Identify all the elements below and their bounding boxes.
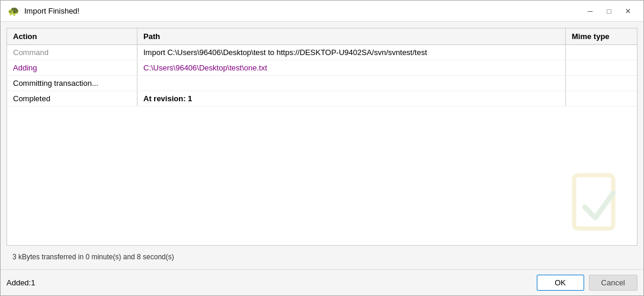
results-table: Action Path Mime type Command Import C:\… [7,28,637,246]
close-button[interactable]: ✕ [620,5,636,18]
title-bar-controls: ─ □ ✕ [582,5,636,18]
row1-path: Import C:\Users\96406\Desktop\test to ht… [137,45,566,60]
header-path: Path [137,28,566,44]
dialog-footer: Added:1 OK Cancel [1,269,643,295]
table-header: Action Path Mime type [7,28,637,45]
table-row: Adding C:\Users\96406\Desktop\test\one.t… [7,60,637,76]
row1-mime [566,45,637,60]
table-row: Committing transaction... [7,76,637,91]
row3-mime [566,76,637,91]
row4-path: At revision: 1 [137,91,566,106]
added-label: Added: [7,278,31,287]
watermark-svg [560,168,631,239]
app-icon: 🐢 [8,5,20,17]
minimize-button[interactable]: ─ [582,5,598,18]
added-info: Added:1 [7,278,35,287]
window-title: Import Finished! [24,7,79,15]
window-content: Action Path Mime type Command Import C:\… [1,22,643,269]
added-count: 1 [31,278,35,287]
table-body: Command Import C:\Users\96406\Desktop\te… [7,45,637,107]
row3-path [137,76,566,91]
cancel-button[interactable]: Cancel [589,275,637,291]
title-bar: 🐢 Import Finished! ─ □ ✕ [1,1,643,22]
row3-action: Committing transaction... [7,76,137,91]
header-mime: Mime type [566,28,637,44]
row2-mime [566,60,637,75]
footer-buttons: OK Cancel [537,275,637,291]
table-row: Command Import C:\Users\96406\Desktop\te… [7,45,637,60]
import-finished-dialog: 🐢 Import Finished! ─ □ ✕ Action Path Mim… [0,0,644,296]
row2-path: C:\Users\96406\Desktop\test\one.txt [137,60,566,75]
row4-mime [566,91,637,106]
table-row: Completed At revision: 1 [7,91,637,107]
header-action: Action [7,28,137,44]
row4-action: Completed [7,91,137,106]
ok-button[interactable]: OK [537,275,584,291]
transfer-status: 3 kBytes transferred in 0 minute(s) and … [7,250,637,263]
maximize-button[interactable]: □ [601,5,617,18]
row1-action: Command [7,45,137,60]
title-bar-left: 🐢 Import Finished! [8,5,79,17]
row2-action: Adding [7,60,137,75]
